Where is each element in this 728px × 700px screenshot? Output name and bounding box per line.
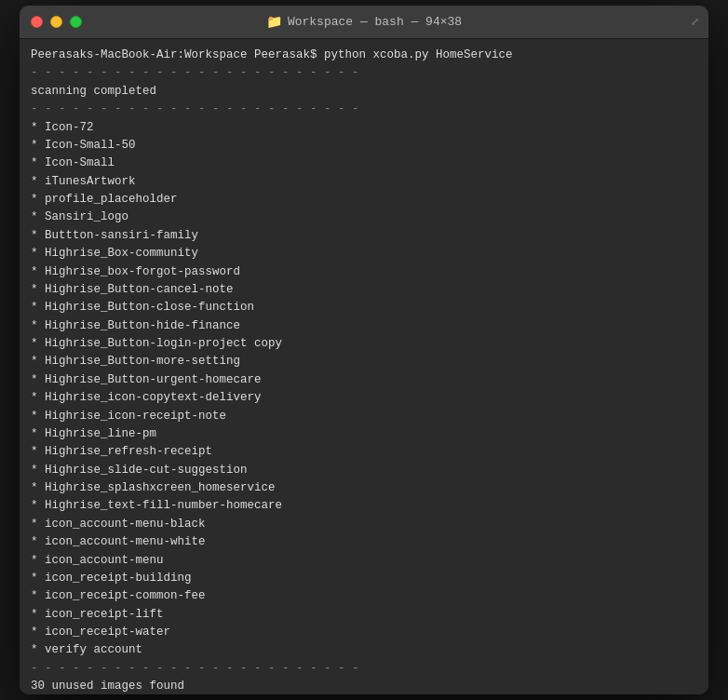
list-item: * Highrise_icon-receipt-note (31, 408, 697, 425)
minimize-button[interactable] (50, 16, 62, 28)
list-item: * icon_receipt-water (31, 624, 697, 641)
resize-icon: ⤢ (691, 16, 699, 28)
list-item: * Highrise_line-pm (31, 425, 697, 443)
list-item: * icon_account-menu-black (31, 516, 697, 533)
list-item: * icon_account-menu (31, 552, 697, 570)
terminal-body[interactable]: Peerasaks-MacBook-Air:Workspace Peerasak… (20, 39, 708, 694)
command-line: Peerasaks-MacBook-Air:Workspace Peerasak… (31, 47, 697, 64)
list-item: * icon_receipt-common-fee (31, 587, 697, 605)
list-item: * Icon-72 (31, 119, 697, 137)
folder-icon: 📁 (266, 14, 282, 30)
list-item: * Sansiri_logo (31, 209, 697, 226)
list-item: * Highrise_Button-login-project copy (31, 335, 697, 353)
list-item: * Highrise_Button-close-function (31, 299, 697, 316)
list-item: * iTunesArtwork (31, 173, 697, 191)
titlebar: 📁 Workspace — bash — 94×38 ⤢ (20, 6, 708, 39)
list-item: * Highrise_refresh-receipt (31, 443, 697, 461)
list-item: * Highrise_icon-copytext-delivery (31, 389, 697, 407)
traffic-lights[interactable] (31, 16, 82, 28)
terminal-window: 📁 Workspace — bash — 94×38 ⤢ Peerasaks-M… (20, 6, 708, 694)
list-item: * Highrise_Button-hide-finance (31, 317, 697, 335)
list-item: * icon_account-menu-white (31, 533, 697, 551)
list-item: * profile_placeholder (31, 191, 697, 209)
list-item: * Icon-Small-50 (31, 137, 697, 155)
summary-line: 30 unused images found (31, 678, 697, 694)
maximize-button[interactable] (70, 16, 82, 28)
list-item: * Highrise_text-fill-number-homecare (31, 497, 697, 515)
items-list: * Icon-72* Icon-Small-50* Icon-Small* iT… (31, 119, 697, 660)
separator-3: - - - - - - - - - - - - - - - - - - - - … (31, 660, 697, 678)
scan-message: scanning completed (31, 83, 697, 101)
title-text: Workspace — bash — 94×38 (288, 15, 462, 29)
list-item: * Highrise_Button-cancel-note (31, 281, 697, 299)
separator-1: - - - - - - - - - - - - - - - - - - - - … (31, 64, 697, 82)
window-title: 📁 Workspace — bash — 94×38 (266, 14, 462, 30)
list-item: * Highrise_slide-cut-suggestion (31, 462, 697, 479)
close-button[interactable] (31, 16, 43, 28)
list-item: * Highrise_Button-more-setting (31, 353, 697, 370)
list-item: * icon_receipt-lift (31, 606, 697, 624)
list-item: * verify account (31, 641, 697, 659)
list-item: * Buttton-sansiri-family (31, 227, 697, 245)
list-item: * Highrise_splashxcreen_homeservice (31, 479, 697, 497)
separator-2: - - - - - - - - - - - - - - - - - - - - … (31, 101, 697, 118)
list-item: * icon_receipt-building (31, 570, 697, 587)
list-item: * Highrise_Button-urgent-homecare (31, 371, 697, 389)
list-item: * Highrise_box-forgot-password (31, 263, 697, 281)
list-item: * Icon-Small (31, 155, 697, 172)
list-item: * Highrise_Box-community (31, 245, 697, 262)
